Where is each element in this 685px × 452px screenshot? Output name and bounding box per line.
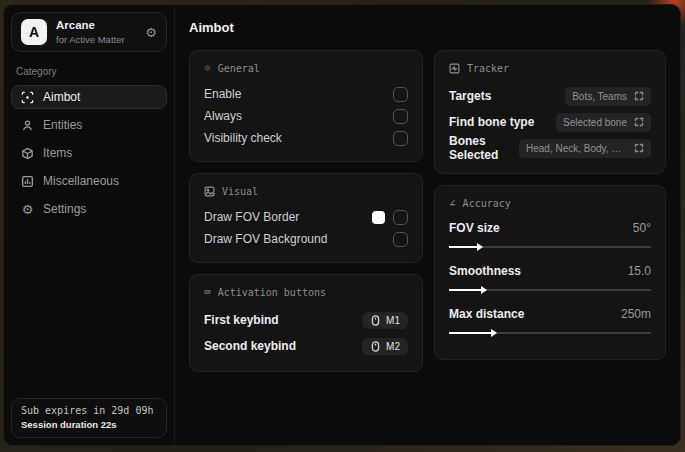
setting-row-second-keybind: Second keybind M2 xyxy=(204,333,408,359)
visual-header-label: Visual xyxy=(222,186,258,197)
expand-icon xyxy=(634,143,644,153)
slider-value: 50° xyxy=(633,221,651,235)
setting-row-first-keybind: First keybind M1 xyxy=(204,307,408,333)
dropdown-value: Head, Neck, Body, Pe.. xyxy=(526,143,627,154)
tracker-header: Tracker xyxy=(449,63,651,74)
main-content: Aimbot ☼ General Enable Always xyxy=(175,5,680,445)
visibility-check-checkbox[interactable] xyxy=(393,131,408,146)
slider-row-fov-size: FOV size 50° xyxy=(449,218,651,248)
setting-label: Find bone type xyxy=(449,115,534,129)
sidebar-nav: Aimbot Entities Items Miscellaneous xyxy=(11,85,167,221)
accuracy-header: ∠ Accuracy xyxy=(449,198,651,209)
tracker-card: Tracker Targets Bots, Teams Find bone ty… xyxy=(434,50,666,174)
slider-label: FOV size xyxy=(449,221,500,235)
visual-header: Visual xyxy=(204,186,408,197)
draw-fov-background-checkbox[interactable] xyxy=(393,232,408,247)
second-keybind-button[interactable]: M2 xyxy=(362,338,408,355)
keyboard-icon: ⌨ xyxy=(204,287,211,298)
setting-row-find-bone-type: Find bone type Selected bone xyxy=(449,109,651,135)
slider-value: 15.0 xyxy=(628,264,651,278)
max-distance-slider[interactable] xyxy=(449,332,651,334)
bones-selected-dropdown[interactable]: Head, Neck, Body, Pe.. xyxy=(519,139,651,158)
setting-row-draw-fov-border: Draw FOV Border xyxy=(204,206,408,228)
app-name: Arcane xyxy=(56,19,136,33)
tracker-header-label: Tracker xyxy=(467,63,509,74)
activation-buttons-card: ⌨ Activation buttons First keybind M1 Se… xyxy=(189,274,423,372)
slider-fill[interactable] xyxy=(449,289,481,291)
scan-icon xyxy=(21,91,34,104)
slider-row-smoothness: Smoothness 15.0 xyxy=(449,261,651,291)
image-icon xyxy=(204,186,215,197)
setting-row-always: Always xyxy=(204,105,408,127)
always-checkbox[interactable] xyxy=(393,109,408,124)
chart-icon xyxy=(21,175,34,188)
sidebar-item-label: Settings xyxy=(43,202,86,216)
subscription-info: Sub expires in 29d 09h Session duration … xyxy=(11,398,167,438)
app-identity: Arcane for Active Matter xyxy=(56,19,136,45)
setting-label: Draw FOV Background xyxy=(204,232,327,246)
sidebar-item-settings[interactable]: ⚙ Settings xyxy=(11,197,167,221)
setting-label: Draw FOV Border xyxy=(204,210,299,224)
first-keybind-button[interactable]: M1 xyxy=(362,312,408,329)
general-icon: ☼ xyxy=(204,63,211,74)
setting-label: Targets xyxy=(449,89,491,103)
gear-icon[interactable]: ⚙ xyxy=(145,26,157,39)
general-header: ☼ General xyxy=(204,63,408,74)
setting-row-draw-fov-background: Draw FOV Background xyxy=(204,228,408,250)
slider-fill[interactable] xyxy=(449,332,491,334)
left-column: ☼ General Enable Always Visibility check xyxy=(189,50,423,372)
accuracy-header-label: Accuracy xyxy=(463,198,511,209)
setting-label: First keybind xyxy=(204,313,279,327)
expand-icon xyxy=(634,117,644,127)
find-bone-type-dropdown[interactable]: Selected bone xyxy=(556,113,651,132)
setting-row-targets: Targets Bots, Teams xyxy=(449,83,651,109)
targets-dropdown[interactable]: Bots, Teams xyxy=(565,87,651,106)
sidebar-item-label: Miscellaneous xyxy=(43,174,119,188)
page-title: Aimbot xyxy=(189,20,666,35)
setting-row-visibility-check: Visibility check xyxy=(204,127,408,149)
person-icon xyxy=(21,119,34,132)
session-duration-text: Session duration 22s xyxy=(21,419,157,430)
setting-label: Visibility check xyxy=(204,131,282,145)
setting-label: Bones Selected xyxy=(449,134,519,162)
sidebar-item-items[interactable]: Items xyxy=(11,141,167,165)
app-window: A Arcane for Active Matter ⚙ Category Ai… xyxy=(3,4,681,446)
activation-header: ⌨ Activation buttons xyxy=(204,287,408,298)
sidebar-item-entities[interactable]: Entities xyxy=(11,113,167,137)
setting-label: Second keybind xyxy=(204,339,296,353)
app-logo: A xyxy=(21,19,47,45)
mouse-icon xyxy=(370,315,381,326)
mouse-icon xyxy=(370,341,381,352)
sidebar-item-aimbot[interactable]: Aimbot xyxy=(11,85,167,109)
general-header-label: General xyxy=(218,63,260,74)
enable-checkbox[interactable] xyxy=(393,87,408,102)
cube-icon xyxy=(21,147,34,160)
visual-card: Visual Draw FOV Border Draw FOV Backgrou… xyxy=(189,173,423,263)
smoothness-slider[interactable] xyxy=(449,289,651,291)
activation-header-label: Activation buttons xyxy=(218,287,326,298)
slider-fill[interactable] xyxy=(449,246,477,248)
keybind-value: M2 xyxy=(386,341,400,352)
dropdown-value: Bots, Teams xyxy=(572,91,627,102)
sidebar-item-label: Entities xyxy=(43,118,82,132)
draw-fov-border-checkbox[interactable] xyxy=(393,210,408,225)
category-label: Category xyxy=(16,66,162,77)
general-card: ☼ General Enable Always Visibility check xyxy=(189,50,423,162)
setting-label: Always xyxy=(204,109,242,123)
dropdown-value: Selected bone xyxy=(563,117,627,128)
color-swatch[interactable] xyxy=(372,211,385,224)
gear-icon: ⚙ xyxy=(21,203,34,216)
tracker-icon xyxy=(449,63,460,74)
slider-label: Smoothness xyxy=(449,264,521,278)
setting-label: Enable xyxy=(204,87,241,101)
sidebar-item-miscellaneous[interactable]: Miscellaneous xyxy=(11,169,167,193)
sub-expiry-text: Sub expires in 29d 09h xyxy=(21,405,157,416)
fov-size-slider[interactable] xyxy=(449,246,651,248)
keybind-value: M1 xyxy=(386,315,400,326)
slider-value: 250m xyxy=(621,307,651,321)
sidebar: A Arcane for Active Matter ⚙ Category Ai… xyxy=(4,5,175,445)
slider-row-max-distance: Max distance 250m xyxy=(449,304,651,334)
sidebar-item-label: Items xyxy=(43,146,72,160)
angle-icon: ∠ xyxy=(449,198,456,209)
setting-row-bones-selected: Bones Selected Head, Neck, Body, Pe.. xyxy=(449,135,651,161)
